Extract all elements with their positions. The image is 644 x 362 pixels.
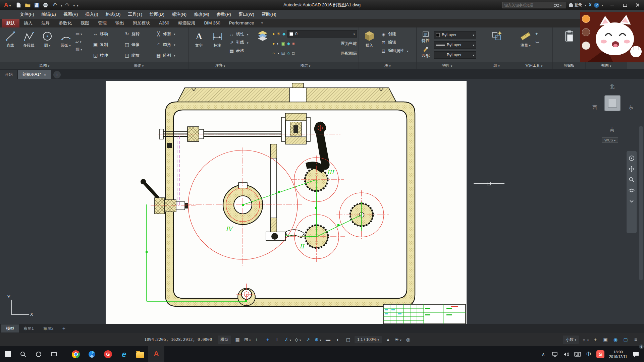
ribbon-tab[interactable]: BIM 360 (200, 19, 224, 27)
viewcube-north[interactable]: 北 (590, 84, 634, 90)
ribbon-tab[interactable]: 附加模块 (128, 19, 155, 27)
sogou-tray-icon[interactable]: S (595, 346, 606, 362)
tray-expand-button[interactable]: ∧ (538, 346, 549, 362)
measure-button[interactable]: 测量 (517, 28, 534, 61)
chrome-app[interactable] (68, 346, 84, 362)
model-space-button[interactable]: 模型 (218, 336, 231, 344)
status-toggle-icon[interactable]: ∟ (253, 335, 262, 344)
layer-state-icon[interactable]: ● (272, 32, 275, 36)
layer-state-icon[interactable]: ◆ (282, 32, 285, 36)
close-button[interactable] (631, 0, 644, 10)
navbar-menu-button[interactable] (629, 198, 635, 204)
status-toggle-icon[interactable]: + (263, 335, 272, 344)
layout-tab[interactable]: 布局2 (39, 324, 58, 333)
gear-cluster-bracket[interactable] (266, 113, 310, 241)
status-toggle-icon[interactable]: ▢ (343, 335, 353, 344)
group-button[interactable] (488, 28, 505, 61)
menu-item[interactable]: 绘图(D) (146, 10, 168, 19)
layer-tool-icon[interactable]: ◆ (287, 41, 290, 46)
layer-tool-icon[interactable]: ○ (272, 51, 275, 56)
menu-item[interactable]: 标注(N) (168, 10, 190, 19)
menu-item[interactable]: 格式(O) (102, 10, 124, 19)
units-button[interactable]: 小数 (563, 336, 579, 344)
panel-title-modify[interactable]: 修改 (89, 62, 188, 69)
line-button[interactable]: 直线 (2, 28, 19, 61)
panel-title-draw[interactable]: 绘图 (0, 62, 89, 69)
linetype-combo[interactable]: ByLayer (434, 51, 476, 59)
status-toggle-icon[interactable]: ≡ (631, 335, 640, 344)
match-properties-button[interactable]: 匹配 (418, 46, 433, 59)
start-button[interactable] (0, 346, 15, 362)
panel-title-block[interactable]: 块 (359, 62, 416, 69)
menu-item[interactable]: 工具(T) (124, 10, 146, 19)
draw-tool-button[interactable]: ▨ (75, 47, 82, 52)
ucs-icon[interactable]: Y X (5, 294, 35, 321)
modify-tool-button[interactable]: ▦阵列 (154, 50, 185, 61)
viewcube-south[interactable]: 南 (590, 127, 634, 133)
redo-dropdown[interactable] (72, 2, 75, 8)
object-color-combo[interactable]: ByLayer (434, 31, 476, 39)
viewcube-face[interactable] (604, 95, 621, 111)
ribbon-tab[interactable]: 参数化 (54, 19, 76, 27)
ribbon-collapse-button[interactable] (258, 18, 266, 27)
menu-item[interactable]: 插入(I) (82, 10, 102, 19)
network-button[interactable] (549, 346, 560, 362)
modify-tool-button[interactable]: ◜圆角 (154, 39, 185, 50)
qat-customize-button[interactable] (76, 2, 78, 8)
layer-tool-icon[interactable]: ◇ (287, 51, 290, 56)
camera-avatar-button[interactable] (582, 42, 590, 50)
zoom-button[interactable] (629, 177, 635, 183)
status-toggle-icon[interactable]: + (591, 335, 600, 344)
menu-item[interactable]: 帮助(H) (258, 10, 280, 19)
action-center-button[interactable]: 6 (631, 346, 641, 362)
new-layout-button[interactable] (61, 325, 67, 331)
panel-title-layers[interactable]: 图层 (252, 62, 359, 69)
ribbon-tab[interactable]: 视图 (76, 19, 94, 27)
status-toggle-icon[interactable]: ☀ (393, 335, 403, 344)
modify-tool-button[interactable]: ▣复制 (91, 39, 122, 50)
modify-tool-button[interactable]: ◳缩放 (122, 50, 154, 61)
full-navigation-wheel-button[interactable] (629, 155, 635, 161)
taskbar-clock[interactable]: 18:00 2019/12/11 (606, 350, 630, 359)
ribbon-tab[interactable]: 精选应用 (173, 19, 200, 27)
draw-tool-button[interactable]: ▭ (75, 31, 82, 36)
match-layer-button[interactable]: 匹配图层 (341, 51, 357, 56)
minimize-button[interactable] (606, 0, 619, 10)
block-tool-button[interactable]: ⊡编辑 (379, 40, 409, 45)
search-options-caret[interactable] (559, 3, 562, 7)
ribbon-tab[interactable]: 输出 (111, 19, 128, 27)
layer-tool-icon[interactable]: ■ (292, 41, 294, 46)
annotation-scale-button[interactable]: 1:1 / 100% (355, 336, 382, 343)
taskbar-search-button[interactable] (15, 346, 31, 362)
layer-tool-icon[interactable]: ▣ (281, 41, 285, 46)
g-app[interactable]: G (100, 346, 116, 362)
file-tab-drawing[interactable]: 剖视图A1* (18, 70, 51, 79)
internet-explorer-app[interactable]: e (116, 346, 132, 362)
status-toggle-icon[interactable]: ▬ (323, 335, 333, 344)
status-toggle-icon[interactable]: ▢ (621, 335, 630, 344)
exchange-apps-button[interactable]: X (589, 3, 591, 7)
set-current-layer-button[interactable]: 置为当前 (341, 41, 357, 47)
viewcube-west[interactable]: 西 (592, 105, 597, 111)
tab-close-icon[interactable] (44, 72, 46, 77)
utility-tool-button[interactable]: + (535, 31, 539, 36)
insert-block-button[interactable]: 插入 (361, 28, 378, 61)
menu-item[interactable]: 窗口(W) (235, 10, 258, 19)
status-toggle-icon[interactable]: ◐ (333, 335, 343, 344)
viewcube-east[interactable]: 东 (629, 105, 633, 111)
model-space-canvas[interactable]: III IV II (0, 79, 644, 324)
panel-title-view[interactable]: 视图 (586, 62, 627, 69)
menu-item[interactable]: 参数(P) (213, 10, 235, 19)
utility-tool-button[interactable]: ▭ (535, 39, 539, 44)
status-toggle-icon[interactable]: ⊞ (243, 335, 252, 344)
menu-item[interactable]: 编辑(E) (38, 10, 60, 19)
annotation-tool-button[interactable]: ↔线性 (227, 31, 249, 37)
menu-item[interactable]: 修改(M) (190, 10, 213, 19)
layout-tab[interactable]: 布局1 (19, 324, 39, 333)
signin-button[interactable]: 登录 (569, 2, 586, 8)
layer-tool-icon[interactable]: □ (292, 51, 294, 56)
undo-dropdown[interactable] (60, 2, 62, 8)
maximize-button[interactable] (619, 0, 631, 10)
status-toggle-icon[interactable]: ◉ (611, 335, 620, 344)
dimension-button[interactable]: 标注 (209, 28, 226, 61)
